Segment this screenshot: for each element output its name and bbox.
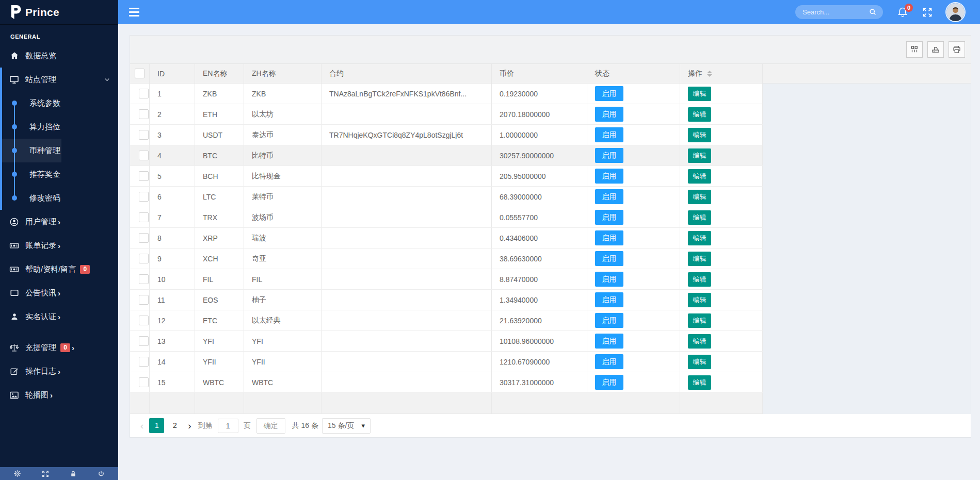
user-avatar[interactable] [946, 3, 965, 21]
sidebar-item-deposit-withdraw[interactable]: 充提管理0› [0, 336, 118, 359]
pagination-page-1[interactable]: 1 [149, 418, 164, 433]
pagination-confirm-button[interactable]: 确定 [256, 418, 285, 434]
enable-status-button[interactable]: 启用 [595, 148, 623, 163]
edit-button[interactable]: 编辑 [688, 293, 711, 307]
enable-status-button[interactable]: 启用 [595, 375, 623, 390]
pagination-next-button[interactable]: › [184, 420, 195, 432]
edit-button[interactable]: 编辑 [688, 355, 711, 369]
sidebar-item-system-params[interactable]: 系统参数 [2, 91, 118, 115]
column-header-1: EN名称 [195, 64, 244, 83]
home-icon [9, 51, 19, 61]
cell-price: 8.87470000 [492, 269, 587, 289]
table-row: 15WBTCWBTC30317.31000000启用编辑 [130, 372, 763, 393]
column-header-label: 币价 [500, 69, 514, 78]
edit-button[interactable]: 编辑 [688, 128, 711, 142]
cell-en-name: EOS [195, 290, 244, 310]
row-checkbox[interactable] [139, 192, 149, 202]
enable-status-button[interactable]: 启用 [595, 210, 623, 225]
brand-logo[interactable]: Prince [0, 0, 118, 25]
row-checkbox[interactable] [139, 212, 149, 222]
pagination-goto-input[interactable] [218, 419, 238, 433]
cell-price: 10108.96000000 [492, 331, 587, 351]
edit-button[interactable]: 编辑 [688, 252, 711, 266]
cell-actions: 编辑 [680, 207, 763, 227]
search-icon[interactable] [869, 8, 877, 16]
row-checkbox[interactable] [139, 336, 149, 346]
edit-button[interactable]: 编辑 [688, 107, 711, 122]
enable-status-button[interactable]: 启用 [595, 292, 623, 307]
sidebar-item-user-management[interactable]: 用户管理› [0, 210, 118, 234]
enable-status-button[interactable]: 启用 [595, 251, 623, 266]
sort-icon[interactable] [707, 71, 712, 77]
enable-status-button[interactable]: 启用 [595, 334, 623, 349]
column-header-label: 合约 [329, 69, 344, 78]
gear-button[interactable] [13, 470, 21, 477]
edit-button[interactable]: 编辑 [688, 190, 711, 204]
edit-button[interactable]: 编辑 [688, 148, 711, 163]
sidebar-item-label: 充提管理 [25, 343, 56, 353]
row-checkbox[interactable] [139, 274, 149, 284]
enable-status-button[interactable]: 启用 [595, 127, 623, 142]
cell-status: 启用 [587, 372, 680, 392]
export-button[interactable] [927, 41, 944, 58]
sidebar-item-site-management[interactable]: 站点管理 [2, 68, 118, 91]
enable-status-button[interactable]: 启用 [595, 189, 623, 204]
sidebar-item-operation-logs[interactable]: 操作日志› [0, 359, 118, 383]
enable-status-button[interactable]: 启用 [595, 169, 623, 184]
row-checkbox-cell [130, 228, 150, 248]
enable-status-button[interactable]: 启用 [595, 86, 623, 101]
enable-status-button[interactable]: 启用 [595, 272, 623, 287]
power-button[interactable] [98, 470, 105, 477]
edit-button[interactable]: 编辑 [688, 87, 711, 101]
notifications-button[interactable]: 0 [897, 7, 908, 18]
sidebar-item-data-overview[interactable]: 数据总览 [0, 44, 118, 68]
cell-zh-name: YFII [244, 352, 322, 372]
row-checkbox[interactable] [139, 171, 149, 181]
cell-status: 启用 [587, 331, 680, 351]
edit-button[interactable]: 编辑 [688, 210, 711, 225]
enable-status-button[interactable]: 启用 [595, 230, 623, 245]
row-checkbox[interactable] [139, 233, 149, 243]
enable-status-button[interactable]: 启用 [595, 313, 623, 328]
expand-button[interactable] [42, 470, 49, 477]
sidebar-item-label: 公告快讯 [25, 288, 56, 298]
empty-cell [195, 393, 244, 413]
cell-status: 启用 [587, 125, 680, 145]
sidebar-item-billing-records[interactable]: 账单记录› [0, 234, 118, 257]
columns-filter-button[interactable] [906, 41, 923, 58]
sidebar-item-hashrate-tiers[interactable]: 算力挡位 [2, 115, 118, 139]
row-checkbox[interactable] [139, 357, 149, 367]
menu-toggle-button[interactable] [129, 8, 139, 16]
row-checkbox[interactable] [139, 377, 149, 387]
select-all-checkbox[interactable] [135, 69, 144, 78]
print-button[interactable] [949, 41, 965, 58]
sidebar-item-coin-management[interactable]: 币种管理 [2, 139, 118, 162]
sidebar-item-referral-bonus[interactable]: 推荐奖金 [2, 162, 118, 186]
row-checkbox[interactable] [139, 151, 149, 160]
row-checkbox[interactable] [139, 316, 149, 325]
pagination-page-2[interactable]: 2 [167, 418, 182, 433]
lock-button[interactable] [70, 470, 77, 477]
row-checkbox[interactable] [139, 109, 149, 119]
fullscreen-button[interactable] [922, 7, 933, 18]
sidebar-item-help-materials-messages[interactable]: 帮助/资料/留言0 [0, 257, 118, 281]
edit-button[interactable]: 编辑 [688, 169, 711, 184]
edit-button[interactable]: 编辑 [688, 313, 711, 328]
row-checkbox[interactable] [139, 295, 149, 305]
edit-button[interactable]: 编辑 [688, 375, 711, 390]
enable-status-button[interactable]: 启用 [595, 107, 623, 122]
sidebar-item-kyc-verification[interactable]: 实名认证› [0, 305, 118, 328]
sidebar-item-change-password[interactable]: 修改密码 [2, 186, 118, 210]
edit-button[interactable]: 编辑 [688, 231, 711, 245]
pagination-prev-button[interactable]: ‹ [136, 420, 148, 432]
row-checkbox[interactable] [139, 89, 149, 98]
column-header-6: 操作 [680, 64, 763, 83]
row-checkbox[interactable] [139, 254, 149, 263]
sidebar-item-carousel[interactable]: 轮播图› [0, 383, 118, 407]
edit-button[interactable]: 编辑 [688, 272, 711, 287]
enable-status-button[interactable]: 启用 [595, 354, 623, 369]
sidebar-item-announcements[interactable]: 公告快讯› [0, 281, 118, 305]
edit-button[interactable]: 编辑 [688, 334, 711, 349]
row-checkbox[interactable] [139, 130, 149, 140]
page-size-select[interactable]: 15 条/页 ▾ [322, 418, 371, 434]
